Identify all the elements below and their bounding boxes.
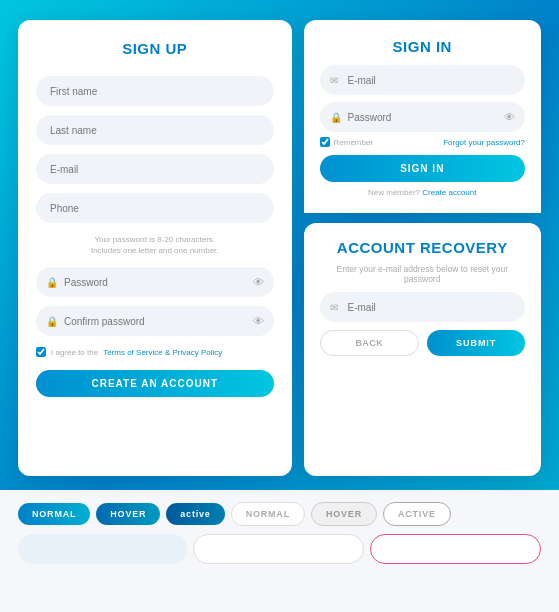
signin-email-wrapper: ✉ — [320, 65, 526, 95]
submit-button[interactable]: SUBMIT — [427, 330, 525, 356]
first-name-input[interactable] — [36, 76, 274, 106]
signin-lock-icon: 🔒 — [330, 112, 342, 123]
account-recovery-title: ACCOUNT RECOVERY — [320, 239, 526, 256]
confirm-password-wrapper: 🔒 👁 — [36, 306, 274, 336]
signin-password-wrapper: 🔒 👁 — [320, 102, 526, 132]
back-button[interactable]: BACK — [320, 330, 420, 356]
remember-row: Remember Forgot your password? — [320, 137, 526, 147]
signin-button[interactable]: SIGN IN — [320, 155, 526, 182]
signin-title: SIGN IN — [320, 38, 526, 55]
signin-eye-icon[interactable]: 👁 — [504, 111, 515, 123]
normal-input[interactable] — [18, 534, 187, 564]
hover-input[interactable] — [193, 534, 364, 564]
recovery-btn-row: BACK SUBMIT — [320, 330, 526, 356]
filled-hover-button[interactable]: HOVER — [96, 503, 160, 525]
confirm-password-input[interactable] — [36, 306, 274, 336]
terms-link[interactable]: Terms of Service & Privacy Policy — [103, 348, 222, 357]
password-input[interactable] — [36, 267, 274, 297]
lock-icon-confirm: 🔒 — [46, 316, 58, 327]
active-input[interactable] — [370, 534, 541, 564]
recovery-email-input[interactable] — [320, 292, 526, 322]
recovery-email-wrapper: ✉ — [320, 292, 526, 322]
forgot-password-link[interactable]: Forgot your password? — [443, 138, 525, 147]
account-recovery-card: ACCOUNT RECOVERY Enter your e-mail addre… — [304, 223, 542, 476]
outline-normal-button[interactable]: NORMAL — [231, 502, 305, 526]
create-account-link[interactable]: Create account — [422, 188, 476, 197]
remember-label: Remember — [334, 138, 374, 147]
terms-checkbox[interactable] — [36, 347, 46, 357]
password-wrapper: 🔒 👁 — [36, 267, 274, 297]
signin-password-input[interactable] — [320, 102, 526, 132]
signup-email-input[interactable] — [36, 154, 274, 184]
right-column: SIGN IN ✉ 🔒 👁 Remember Forgot your passw… — [304, 20, 542, 476]
filled-active-button[interactable]: active — [166, 503, 224, 525]
terms-text: I agree to the — [51, 348, 98, 357]
signup-title: SIGN UP — [36, 40, 274, 57]
mail-icon: ✉ — [330, 75, 338, 86]
outline-active-button[interactable]: ACTIVE — [383, 502, 451, 526]
signin-email-input[interactable] — [320, 65, 526, 95]
input-states-row — [18, 534, 541, 564]
last-name-input[interactable] — [36, 115, 274, 145]
eye-icon-confirm[interactable]: 👁 — [253, 315, 264, 327]
phone-input[interactable] — [36, 193, 274, 223]
terms-row: I agree to the Terms of Service & Privac… — [36, 347, 274, 357]
signin-card: SIGN IN ✉ 🔒 👁 Remember Forgot your passw… — [304, 20, 542, 213]
filled-normal-button[interactable]: NORMAL — [18, 503, 90, 525]
button-states-row: NORMAL HOVER active NORMAL HOVER ACTIVE — [18, 502, 541, 526]
outline-hover-button[interactable]: HOVER — [311, 502, 377, 526]
recovery-mail-icon: ✉ — [330, 302, 338, 313]
lock-icon: 🔒 — [46, 277, 58, 288]
remember-left: Remember — [320, 137, 374, 147]
remember-checkbox[interactable] — [320, 137, 330, 147]
recovery-subtitle: Enter your e-mail address below to reset… — [320, 264, 526, 284]
create-account-button[interactable]: CREATE AN ACCOUNT — [36, 370, 274, 397]
bottom-bar: NORMAL HOVER active NORMAL HOVER ACTIVE — [0, 490, 559, 612]
eye-icon[interactable]: 👁 — [253, 276, 264, 288]
signup-card: SIGN UP Your password is 8-20 characters… — [18, 20, 292, 476]
new-member-text: New member? Create account — [320, 188, 526, 197]
password-hint: Your password is 8-20 characters.Include… — [36, 234, 274, 256]
